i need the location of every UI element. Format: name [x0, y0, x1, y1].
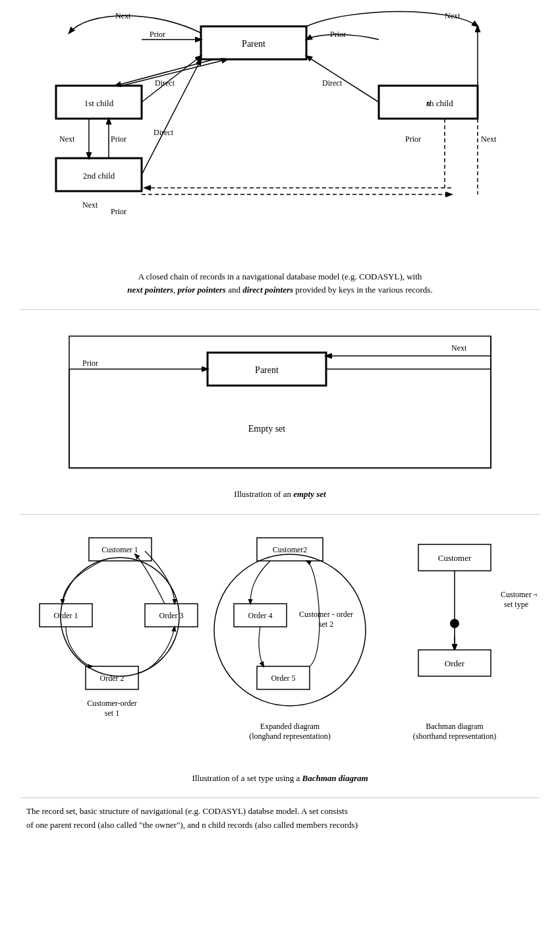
expanded-label: Expanded diagram	[260, 722, 320, 731]
diagram2: Parent Empty set Next Prior	[49, 323, 511, 481]
customer1-label: Customer 1	[101, 545, 138, 554]
caption1: A closed chain of records in a navigatio…	[49, 270, 511, 296]
direct-label-1st: Direct	[155, 78, 175, 88]
set1-label: Customer-order	[87, 699, 137, 708]
diagram1: Parent 1st child 2nd child n th child Ne…	[23, 13, 537, 264]
set2-label2: set 2	[319, 620, 333, 629]
caption2b-text: empty set	[293, 489, 325, 499]
prior-label-2nd-1st: Prior	[111, 134, 126, 144]
bottom-text-section: The record set, basic structure of navig…	[20, 805, 540, 832]
customer2-label: Customer2	[273, 545, 308, 554]
order-label: Order	[445, 658, 465, 668]
nth-child-th: th child	[427, 98, 453, 108]
next-label-top-left: Next	[115, 11, 131, 20]
next-label-1st-2nd: Next	[59, 134, 75, 144]
prior-label-nth-parent: Prior	[330, 30, 346, 39]
bottom-text-line2: of one parent record (also called "the o…	[26, 819, 534, 832]
order1-label: Order 1	[54, 611, 78, 620]
prior-label-d2: Prior	[82, 359, 98, 368]
diagram2-parent: Parent	[255, 365, 279, 375]
set-type-label2: set type	[504, 600, 528, 609]
caption3b-text: Bachman diagram	[302, 773, 368, 783]
bachman-label2: (shorthand representation)	[413, 732, 496, 741]
next-label-bottom: Next	[82, 200, 98, 210]
next-label-d2: Next	[451, 343, 467, 353]
prior-label-nth: Prior	[405, 134, 421, 144]
prior-label-bottom-2nd: Prior	[111, 207, 126, 216]
caption1d: prior pointers	[178, 285, 226, 295]
diagram3: Customer 1 Order 1 Order 3 Order 2 Custo…	[23, 528, 537, 765]
caption1b: next pointers	[127, 285, 173, 295]
parent-label: Parent	[242, 39, 266, 49]
caption2: Illustration of an empty set	[49, 488, 511, 501]
order3-label: Order 3	[159, 611, 184, 620]
diagram3-svg: Customer 1 Order 1 Order 3 Order 2 Custo…	[23, 528, 537, 765]
direct-label-nth: Direct	[322, 78, 343, 88]
next-label-nth-right: Next	[481, 134, 497, 144]
expanded-label2: (longhand representation)	[249, 732, 331, 741]
svg-point-17	[450, 619, 459, 628]
next-label-top-right: Next	[445, 11, 461, 20]
customer-label: Customer	[438, 553, 472, 563]
caption1f: direct pointers	[242, 285, 293, 295]
prior-label-1st-parent: Prior	[150, 30, 165, 39]
caption1-text: A closed chain of records in a navigatio…	[138, 272, 422, 281]
first-child-label: 1st child	[84, 98, 114, 108]
empty-set-text: Empty set	[248, 424, 285, 434]
bottom-text-line1: The record set, basic structure of navig…	[26, 805, 534, 819]
bachman-label: Bachman diagram	[426, 722, 484, 731]
set-type-label: Customer -order	[501, 590, 537, 599]
order4-label: Order 4	[248, 611, 273, 620]
order2-label: Order 2	[100, 674, 125, 683]
second-child-label: 2nd child	[83, 171, 115, 181]
set2-label: Customer - order	[299, 610, 353, 619]
set1-label2: set 1	[105, 709, 119, 718]
direct-label-2nd: Direct	[154, 128, 174, 137]
caption3: Illustration of a set type using a Bachm…	[49, 772, 511, 785]
diagram1-svg: Parent 1st child 2nd child n th child Ne…	[23, 13, 537, 264]
diagram2-svg: Parent Empty set Next Prior	[49, 323, 511, 481]
order5-label: Order 5	[271, 674, 296, 683]
